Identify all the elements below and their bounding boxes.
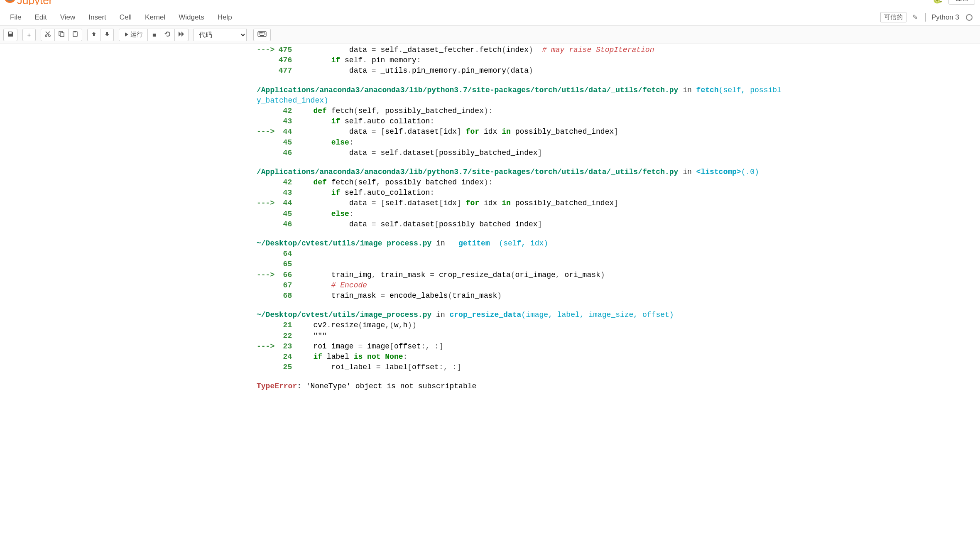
jupyter-logo: Jupyter [4, 0, 54, 5]
restart-icon [164, 31, 171, 39]
tb-code-row: 46 data = self.dataset[possibly_batched_… [257, 148, 780, 158]
tb-code-row: 43 if self.auto_collation: [257, 116, 780, 127]
logout-button[interactable]: 注销 [948, 0, 975, 5]
tb-code-row: 21 cv2.resize(image,(w,h)) [257, 320, 780, 331]
svg-point-14 [265, 34, 265, 34]
tb-frame-header-wrap: y_batched_index) [257, 96, 780, 106]
tb-code-row: 476 if self._pin_memory: [257, 55, 780, 66]
svg-point-8 [259, 32, 260, 33]
kernel-name[interactable]: Python 3 [931, 13, 959, 22]
tb-code-row: 45 else: [257, 209, 780, 219]
save-icon [7, 31, 14, 39]
tb-frame-header: ~/Desktop/cvtest/utils/image_process.py … [257, 310, 780, 320]
tb-code-row: 64 [257, 249, 780, 259]
copy-button[interactable] [55, 29, 69, 41]
tb-frame-header: /Applications/anaconda3/anaconda3/lib/py… [257, 167, 780, 177]
tb-code-row: 22 """ [257, 331, 780, 341]
svg-point-13 [259, 34, 260, 34]
menu-insert[interactable]: Insert [82, 11, 113, 24]
stop-button[interactable]: ■ [148, 29, 161, 41]
move-down-button[interactable] [100, 29, 114, 41]
scissors-icon [44, 31, 51, 39]
add-cell-button[interactable]: + [22, 29, 36, 41]
kernel-status-icon[interactable] [966, 14, 973, 21]
fast-forward-icon [178, 31, 185, 38]
menubar: File Edit View Insert Cell Kernel Widget… [0, 9, 980, 26]
trusted-badge[interactable]: 可信的 [880, 12, 906, 22]
menu-view[interactable]: View [54, 11, 82, 24]
brand-text: Jupyter [17, 0, 52, 5]
header-right: 🐍 注销 [931, 0, 975, 5]
tb-code-row: --->23 roi_image = image[offset:, :] [257, 341, 780, 352]
tb-frame-header: ~/Desktop/cvtest/utils/image_process.py … [257, 238, 780, 249]
traceback-output: --->475 data = self._dataset_fetcher.fet… [198, 44, 782, 392]
cut-button[interactable] [41, 29, 55, 41]
menu-kernel[interactable]: Kernel [138, 11, 172, 24]
run-label: 运行 [130, 31, 143, 39]
python-icon: 🐍 [931, 0, 943, 4]
copy-icon [58, 31, 65, 39]
svg-point-11 [262, 32, 263, 33]
arrow-down-icon [104, 31, 110, 38]
arrow-up-icon [91, 31, 97, 38]
tb-error-line: TypeError: 'NoneType' object is not subs… [257, 381, 780, 392]
svg-point-12 [264, 32, 265, 33]
menu-widgets[interactable]: Widgets [172, 11, 211, 24]
tb-code-row: --->475 data = self._dataset_fetcher.fet… [257, 45, 780, 55]
menubar-right: 可信的 ✎ Python 3 [880, 12, 973, 22]
tb-code-row: 25 roi_label = label[offset:, :] [257, 362, 780, 373]
tb-code-row: 45 else: [257, 137, 780, 148]
tb-code-row: --->44 data = [self.dataset[idx] for idx… [257, 127, 780, 137]
tb-code-row: 24 if label is not None: [257, 352, 780, 362]
tb-code-row: 65 [257, 259, 780, 270]
keyboard-icon [257, 31, 267, 38]
svg-point-9 [260, 32, 261, 33]
save-button[interactable] [3, 29, 17, 41]
stop-icon: ■ [152, 31, 156, 38]
tb-code-row: 43 if self.auto_collation: [257, 188, 780, 198]
tb-code-row: --->44 data = [self.dataset[idx] for idx… [257, 198, 780, 208]
menu-file[interactable]: File [3, 11, 28, 24]
command-palette-button[interactable] [253, 29, 271, 41]
notebook-inner: --->475 data = self._dataset_fetcher.fet… [195, 44, 785, 392]
svg-rect-7 [260, 35, 264, 36]
move-up-button[interactable] [87, 29, 100, 41]
tb-frame-header: /Applications/anaconda3/anaconda3/lib/py… [257, 85, 780, 96]
tb-code-row: 42 def fetch(self, possibly_batched_inde… [257, 106, 780, 116]
tb-code-row: 67 # Encode [257, 280, 780, 291]
restart-run-all-button[interactable] [175, 29, 189, 41]
menu-cell[interactable]: Cell [113, 11, 138, 24]
svg-point-10 [261, 32, 262, 33]
paste-button[interactable] [69, 29, 82, 41]
svg-point-0 [45, 35, 47, 37]
tb-code-row: 477 data = _utils.pin_memory.pin_memory(… [257, 66, 780, 76]
cell-type-select[interactable]: 代码 [194, 29, 247, 41]
pencil-icon[interactable]: ✎ [910, 13, 920, 21]
svg-point-1 [49, 35, 50, 37]
toolbar: + 运行 ■ 代码 [0, 26, 980, 44]
app-header: Jupyter 🐍 注销 [0, 0, 980, 9]
svg-rect-3 [60, 33, 64, 37]
tb-code-row: 68 train_mask = encode_labels(train_mask… [257, 291, 780, 301]
run-icon [124, 31, 129, 38]
notebook-area[interactable]: --->475 data = self._dataset_fetcher.fet… [0, 44, 980, 392]
svg-rect-5 [74, 31, 76, 32]
plus-icon: + [27, 31, 31, 38]
menu-help[interactable]: Help [211, 11, 239, 24]
tb-code-row: 46 data = self.dataset[possibly_batched_… [257, 219, 780, 230]
run-button[interactable]: 运行 [119, 29, 148, 41]
tb-code-row: --->66 train_img, train_mask = crop_resi… [257, 270, 780, 280]
tb-error-msg: : 'NoneType' object is not subscriptable [297, 382, 476, 390]
restart-button[interactable] [161, 29, 175, 41]
paste-icon [72, 31, 78, 39]
tb-code-row: 42 def fetch(self, possibly_batched_inde… [257, 177, 780, 188]
menu-edit[interactable]: Edit [28, 11, 53, 24]
divider [925, 13, 926, 22]
